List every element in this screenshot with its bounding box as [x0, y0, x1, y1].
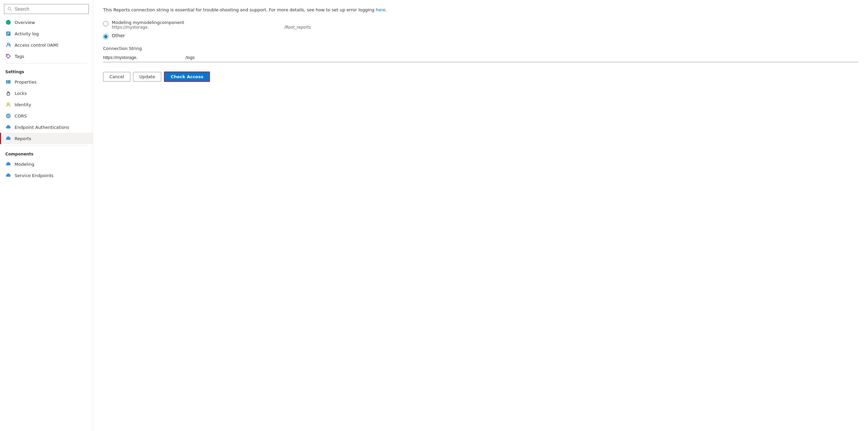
modeling-path: /Root_reports	[284, 25, 311, 30]
svg-rect-9	[6, 80, 7, 84]
search-box[interactable]	[4, 4, 89, 14]
properties-icon	[5, 79, 11, 85]
cancel-button[interactable]: Cancel	[103, 72, 130, 82]
sidebar-item-cors[interactable]: CORS	[0, 110, 93, 121]
modeling-radio-row: Modeling mymodelingcomponent https://mys…	[103, 20, 858, 30]
sidebar-item-properties[interactable]: Properties	[0, 76, 93, 88]
button-row: Cancel Update Check Access	[103, 71, 858, 82]
sidebar-item-label: Properties	[14, 80, 37, 85]
svg-point-13	[7, 103, 9, 105]
components-divider	[5, 145, 88, 146]
sidebar-item-activity-log[interactable]: Activity log	[0, 28, 93, 39]
sidebar-item-tags[interactable]: Tags	[0, 51, 93, 62]
endpoint-auth-icon	[5, 124, 11, 130]
sidebar-item-label: Endpoint Authentications	[14, 125, 69, 130]
modeling-radio[interactable]	[103, 21, 108, 26]
sidebar: « Overview Activity log	[0, 0, 93, 431]
components-section-label: Components	[0, 147, 93, 159]
sidebar-item-label: Reports	[14, 136, 31, 141]
sidebar-item-access-control[interactable]: Access control (IAM)	[0, 39, 93, 51]
info-bar: This Reports connection string is essent…	[103, 7, 858, 13]
settings-section-label: Settings	[0, 65, 93, 76]
other-radio-main-label: Other	[112, 33, 125, 38]
identity-icon	[5, 102, 11, 108]
collapse-icon: «	[92, 8, 93, 11]
modeling-url: https://mystorage.	[112, 25, 149, 30]
svg-rect-12	[7, 93, 10, 95]
search-icon	[8, 7, 12, 11]
search-input[interactable]	[14, 6, 85, 12]
collapse-button[interactable]: «	[89, 5, 93, 13]
info-link[interactable]: here.	[376, 7, 387, 12]
main-content: This Reports connection string is essent…	[93, 0, 868, 431]
cors-icon	[5, 113, 11, 119]
sidebar-item-label: Tags	[14, 54, 24, 59]
svg-rect-11	[9, 80, 10, 84]
radio-group: Modeling mymodelingcomponent https://mys…	[103, 20, 858, 39]
sidebar-item-service-endpoints[interactable]: Service Endpoints	[0, 170, 93, 181]
svg-rect-10	[8, 80, 9, 84]
connection-string-section: Connection String	[103, 46, 858, 69]
sidebar-item-reports[interactable]: Reports	[0, 133, 93, 144]
sidebar-item-endpoint-auth[interactable]: Endpoint Authentications	[0, 121, 93, 133]
locks-icon	[5, 90, 11, 96]
overview-icon	[5, 19, 11, 25]
sidebar-item-label: Modeling	[14, 162, 34, 167]
svg-point-7	[9, 44, 11, 46]
modeling-radio-sub-label: https://mystorage. /Root_reports	[112, 25, 311, 30]
other-radio-row: Other	[103, 33, 858, 39]
svg-point-6	[7, 43, 9, 45]
sidebar-item-label: Overview	[14, 20, 35, 25]
info-text: This Reports connection string is essent…	[103, 7, 374, 12]
service-endpoints-icon	[5, 172, 11, 178]
sidebar-item-label: Access control (IAM)	[14, 42, 59, 48]
connection-string-label: Connection String	[103, 46, 858, 51]
sidebar-item-identity[interactable]: Identity	[0, 99, 93, 110]
sidebar-item-label: Identity	[14, 102, 31, 107]
svg-line-1	[10, 10, 12, 11]
update-button[interactable]: Update	[133, 72, 161, 82]
iam-icon	[5, 42, 11, 48]
modeling-radio-main-label: Modeling mymodelingcomponent	[112, 20, 311, 25]
sidebar-item-label: Service Endpoints	[14, 173, 54, 178]
reports-icon	[5, 136, 11, 141]
connection-string-input[interactable]	[103, 53, 858, 62]
sidebar-item-locks[interactable]: Locks	[0, 88, 93, 99]
other-radio-label[interactable]: Other	[112, 33, 125, 38]
modeling-icon	[5, 161, 11, 167]
sidebar-item-label: Locks	[14, 91, 27, 96]
sidebar-item-modeling[interactable]: Modeling	[0, 159, 93, 170]
activity-log-icon	[5, 31, 11, 37]
sidebar-nav: Overview Activity log Acces	[0, 17, 93, 431]
sidebar-item-label: CORS	[14, 114, 27, 118]
check-access-button[interactable]: Check Access	[164, 71, 210, 82]
modeling-radio-label[interactable]: Modeling mymodelingcomponent https://mys…	[112, 20, 311, 30]
svg-point-8	[7, 55, 8, 56]
tags-icon	[5, 53, 11, 59]
sidebar-item-label: Activity log	[14, 31, 39, 36]
sidebar-item-overview[interactable]: Overview	[0, 17, 93, 28]
other-radio[interactable]	[103, 34, 108, 39]
